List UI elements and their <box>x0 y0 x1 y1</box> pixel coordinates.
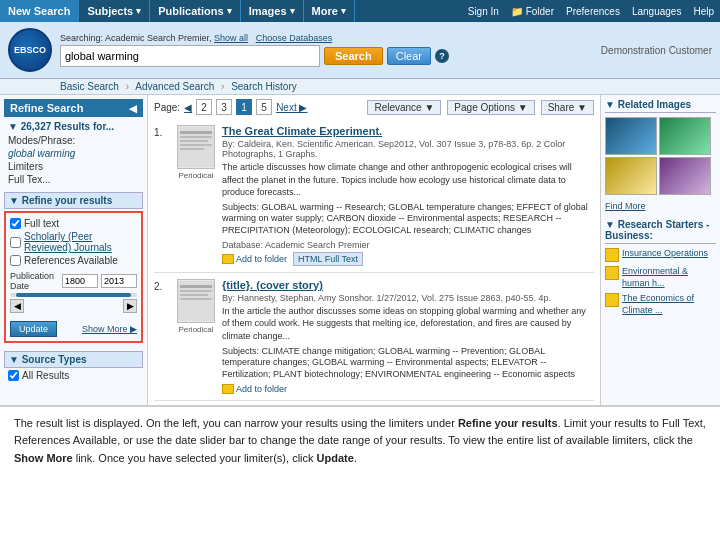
result-thumbnail-2: Periodical <box>176 279 216 394</box>
nav-subjects[interactable]: Subjects ▾ <box>79 0 150 22</box>
add-to-folder-btn-1[interactable]: Add to folder <box>222 254 287 264</box>
limiter-mode-label: Modes/Phrase: <box>4 134 143 147</box>
research-link-0[interactable]: Insurance Operations <box>622 248 708 260</box>
slider-right-button[interactable]: ▶ <box>123 299 137 313</box>
references-checkbox[interactable] <box>10 255 21 266</box>
nav-publications[interactable]: Publications ▾ <box>150 0 240 22</box>
sidebar-header: Refine Search ◀ <box>4 99 143 117</box>
update-button[interactable]: Update <box>10 321 57 337</box>
page-3[interactable]: 3 <box>216 99 232 115</box>
sidebar-collapse-button[interactable]: ◀ <box>129 103 137 114</box>
page-label: Page: <box>154 102 180 113</box>
nav-images[interactable]: Images ▾ <box>241 0 304 22</box>
result-content-1: The Great Climate Experiment. By: Caldei… <box>222 125 594 266</box>
caption-bold-2: Show More <box>14 452 73 464</box>
search-help-icon[interactable]: ? <box>435 49 449 63</box>
result-content-2: {title}. (cover story) By: Hannesty, Ste… <box>222 279 594 394</box>
folder-link[interactable]: 📁 Folder <box>505 6 560 17</box>
related-images-grid <box>605 117 716 195</box>
all-results-checkbox[interactable] <box>8 370 19 381</box>
search-history-link[interactable]: Search History <box>231 81 297 92</box>
caption-text-before: The result list is displayed. On the lef… <box>14 417 458 429</box>
result-type-1: Periodical <box>178 171 213 180</box>
research-item-1: Environmental & human h... <box>605 266 716 289</box>
find-more-images-link[interactable]: Find More <box>605 201 716 211</box>
result-abstract-2: In the article the author discusses some… <box>222 305 594 343</box>
svg-rect-10 <box>180 298 212 300</box>
preferences-link[interactable]: Preferences <box>560 6 626 17</box>
scholarly-checkbox[interactable] <box>10 237 21 248</box>
choose-databases-link[interactable]: Choose Databases <box>256 33 333 43</box>
scholarly-filter: Scholarly (Peer Reviewed) Journals <box>10 230 137 254</box>
research-icon-2 <box>605 293 619 307</box>
svg-rect-3 <box>180 140 208 142</box>
scholarly-link[interactable]: Scholarly (Peer Reviewed) Journals <box>24 231 112 253</box>
result-subjects-1: Subjects: GLOBAL warming -- Research; GL… <box>222 202 594 237</box>
demo-customer-label: Demonstration Customer <box>601 45 712 56</box>
refine-results-header[interactable]: ▼ Refine your results <box>4 192 143 209</box>
folder-icon-2 <box>222 384 234 394</box>
page-options-button[interactable]: Page Options ▼ <box>447 100 534 115</box>
result-type-2: Periodical <box>178 325 213 334</box>
help-link[interactable]: Help <box>687 6 720 17</box>
result-title-2[interactable]: {title}. (cover story) <box>222 279 594 291</box>
svg-rect-8 <box>180 290 212 292</box>
related-image-3[interactable] <box>605 157 657 195</box>
basic-search-link[interactable]: Basic Search <box>60 81 119 92</box>
result-meta-1: By: Caldeira, Ken. Scientific American. … <box>222 139 594 159</box>
subjects-caret-icon: ▾ <box>136 6 141 16</box>
svg-rect-1 <box>180 131 212 134</box>
sub-navigation: Basic Search › Advanced Search › Search … <box>0 79 720 95</box>
full-text-checkbox[interactable] <box>10 218 21 229</box>
related-image-2[interactable] <box>659 117 711 155</box>
search-button[interactable]: Search <box>324 47 383 65</box>
fulltext-badge-1[interactable]: HTML Full Text <box>293 252 363 266</box>
languages-link[interactable]: Languages <box>626 6 688 17</box>
date-slider[interactable]: ◀ ▶ <box>10 293 137 313</box>
source-types-header[interactable]: ▼ Source Types <box>4 351 143 368</box>
research-link-2[interactable]: The Economics of Climate ... <box>622 293 716 316</box>
search-area: Searching: Academic Search Premier, Show… <box>60 33 593 67</box>
page-1-current[interactable]: 1 <box>236 99 252 115</box>
research-link-1[interactable]: Environmental & human h... <box>622 266 716 289</box>
add-to-folder-btn-2[interactable]: Add to folder <box>222 384 287 394</box>
show-all-link[interactable]: Show all <box>214 33 248 43</box>
sign-in-link[interactable]: Sign In <box>462 6 505 17</box>
related-image-4[interactable] <box>659 157 711 195</box>
research-icon-0 <box>605 248 619 262</box>
svg-rect-5 <box>180 148 204 150</box>
limiter-mode-value: global warming <box>4 147 143 160</box>
ebsco-logo: EBSCO <box>8 28 52 72</box>
result-actions-1: Add to folder HTML Full Text <box>222 252 594 266</box>
date-to-input[interactable] <box>101 274 137 288</box>
related-image-1[interactable] <box>605 117 657 155</box>
search-row: Search Clear ? <box>60 45 593 67</box>
relevance-button[interactable]: Relevance ▼ <box>367 100 441 115</box>
limiters-label: Limiters <box>4 160 143 173</box>
page-prev-link[interactable]: ◀ <box>184 102 192 113</box>
caption-area: The result list is displayed. On the lef… <box>0 405 720 476</box>
result-title-1[interactable]: The Great Climate Experiment. <box>222 125 594 137</box>
nav-new-search[interactable]: New Search <box>0 0 79 22</box>
date-from-input[interactable] <box>62 274 98 288</box>
page-5[interactable]: 5 <box>256 99 272 115</box>
svg-rect-2 <box>180 136 212 138</box>
top-navigation: New Search Subjects ▾ Publications ▾ Ima… <box>0 0 720 22</box>
clear-button[interactable]: Clear <box>387 47 431 65</box>
date-range-row: Publication Date <box>10 271 137 291</box>
result-actions-2: Add to folder <box>222 384 594 394</box>
result-abstract-1: The article discusses how climate change… <box>222 161 594 199</box>
result-image-1 <box>177 125 215 169</box>
page-next-link[interactable]: Next ▶ <box>276 102 307 113</box>
page-2[interactable]: 2 <box>196 99 212 115</box>
slider-left-button[interactable]: ◀ <box>10 299 24 313</box>
main-content: Refine Search ◀ ▼ 26,327 Results for... … <box>0 95 720 405</box>
nav-more[interactable]: More ▾ <box>304 0 355 22</box>
result-item-1: 1. Periodical The Great Climate Experime… <box>154 119 594 273</box>
advanced-search-link[interactable]: Advanced Search <box>135 81 214 92</box>
result-number-1: 1. <box>154 125 170 266</box>
show-more-link[interactable]: Show More ▶ <box>82 324 137 334</box>
result-item-2: 2. Periodical {title}. (cover story) By:… <box>154 273 594 401</box>
share-button[interactable]: Share ▼ <box>541 100 594 115</box>
search-input[interactable] <box>60 45 320 67</box>
